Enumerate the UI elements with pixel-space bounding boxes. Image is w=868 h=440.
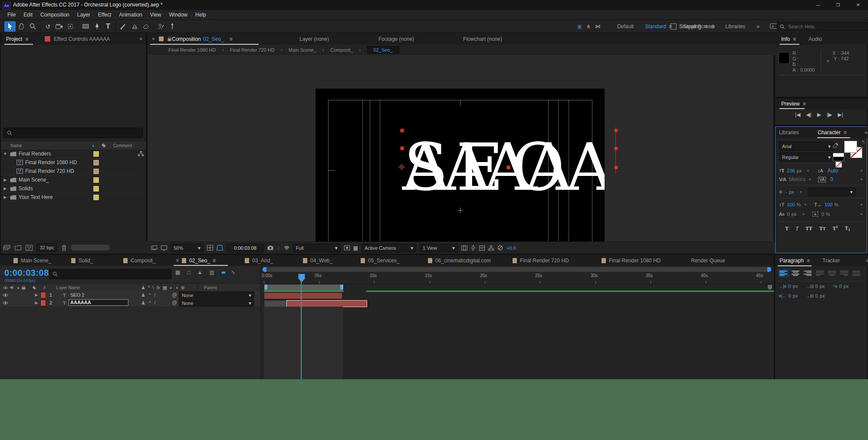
breadcrumb-item-active[interactable]: 02_Seo_: [367, 46, 399, 54]
selection-handle[interactable]: [614, 146, 618, 150]
chevron-down-icon[interactable]: ▾: [860, 202, 862, 207]
stroke-width-value[interactable]: -: [786, 189, 787, 195]
zoom-tool[interactable]: [27, 21, 38, 32]
justify-last-left-button[interactable]: [814, 269, 825, 278]
label-chip[interactable]: [93, 185, 99, 192]
help-search[interactable]: [777, 22, 868, 31]
font-size-value[interactable]: 236: [787, 168, 795, 173]
breadcrumb-item[interactable]: Composit_: [330, 47, 353, 53]
selection-handle[interactable]: [400, 129, 404, 132]
motion-blur-icon[interactable]: ●●: [221, 269, 224, 275]
project-row-your-text-here[interactable]: ▶ Your Text Here: [1, 193, 142, 202]
menu-window[interactable]: Window: [165, 10, 191, 20]
justify-last-right-button[interactable]: [838, 269, 850, 278]
work-area-bar[interactable]: [264, 284, 344, 291]
timeline-tab-final-render-1080[interactable]: Final Render 1080 HD: [601, 258, 661, 264]
column-name[interactable]: Name: [10, 143, 22, 148]
frame-blending-icon[interactable]: ▥: [209, 269, 214, 275]
align-left-button[interactable]: [778, 269, 789, 278]
hide-shy-icon[interactable]: ▲: [197, 269, 203, 275]
all-caps-button[interactable]: TT: [806, 225, 812, 232]
magnification-select[interactable]: 50%▾: [171, 244, 204, 252]
fill-color-swatch[interactable]: [844, 141, 857, 153]
index-column-header[interactable]: #: [43, 285, 46, 290]
mask-feather-icon[interactable]: ⋔: [586, 23, 591, 30]
work-area-start-handle[interactable]: [264, 285, 267, 290]
menu-file[interactable]: File: [3, 10, 20, 20]
minimize-button[interactable]: —: [808, 0, 828, 10]
timeline-tab-composit[interactable]: Composit_: [123, 258, 155, 264]
workspace-standard[interactable]: Standard: [645, 23, 666, 30]
project-row-final-render-1080[interactable]: Final Render 1080 HD: [1, 158, 142, 167]
chevron-down-icon[interactable]: ▾: [809, 177, 811, 182]
maximize-button[interactable]: ❐: [828, 0, 848, 10]
menu-composition[interactable]: Composition: [36, 10, 73, 20]
comp-marker-button[interactable]: [768, 285, 772, 290]
time-navigator[interactable]: [263, 267, 771, 272]
tab-footage[interactable]: Footage (none): [378, 36, 414, 42]
exposure-value[interactable]: +0.0: [506, 245, 516, 251]
transparency-grid-icon[interactable]: ▩: [353, 245, 358, 251]
brush-tool[interactable]: [118, 21, 129, 32]
space-after-value[interactable]: 0: [815, 293, 818, 298]
lock-icon[interactable]: [168, 36, 171, 41]
menu-view[interactable]: View: [146, 10, 165, 20]
superscript-button[interactable]: T1: [832, 225, 838, 232]
interpret-footage-icon[interactable]: [3, 245, 10, 250]
chevron-down-icon[interactable]: ▾: [804, 202, 806, 207]
next-frame-button[interactable]: |▶: [827, 112, 832, 118]
expand-icon[interactable]: ▶: [3, 186, 8, 191]
timeline-tab-05-services[interactable]: 05_Services_: [360, 258, 400, 264]
label-chip[interactable]: [93, 168, 99, 175]
project-search-input[interactable]: [3, 128, 143, 138]
eye-icon[interactable]: [3, 293, 8, 297]
timeline-tab-main-scene[interactable]: Main Scene_: [13, 258, 51, 264]
target-region-icon[interactable]: [344, 245, 350, 250]
chevron-down-icon[interactable]: ▾: [807, 169, 809, 173]
layer-color-chip[interactable]: [40, 300, 46, 306]
timeline-search-input[interactable]: [49, 269, 171, 279]
timeline-button-icon[interactable]: [479, 245, 485, 251]
close-button[interactable]: ✕: [848, 0, 868, 10]
panel-overflow-icon[interactable]: »: [139, 36, 142, 42]
eyedropper-icon[interactable]: [833, 142, 838, 148]
show-snapshot-icon[interactable]: ◌: [277, 245, 280, 251]
tab-preview[interactable]: Preview: [781, 101, 800, 107]
vertical-scale-value[interactable]: 100: [787, 202, 795, 207]
trash-icon[interactable]: [62, 245, 66, 251]
eraser-tool[interactable]: [140, 21, 151, 32]
close-tab-icon[interactable]: ×: [152, 36, 155, 42]
tab-tracker[interactable]: Tracker: [822, 258, 840, 264]
layer-row-2[interactable]: ▶ 2 T AAAAAA ♟ * / @ None▾: [0, 299, 260, 307]
collapse-switch[interactable]: *: [149, 292, 151, 298]
selection-handle[interactable]: [614, 165, 618, 169]
column-comment[interactable]: Comment: [113, 143, 132, 148]
comp-flowchart-icon[interactable]: [488, 245, 494, 251]
type-tool[interactable]: T: [102, 21, 114, 32]
quality-switch[interactable]: /: [154, 292, 155, 298]
tab-project[interactable]: Project ≡: [6, 33, 28, 45]
tab-composition[interactable]: Composition 02_Seo_ ≡: [172, 33, 233, 45]
leading-value[interactable]: Auto: [828, 168, 838, 174]
pixel-aspect-icon[interactable]: [461, 245, 467, 251]
parent-pickwhip-icon[interactable]: @: [172, 300, 177, 306]
rotate-tool[interactable]: ↺: [42, 21, 53, 32]
timeline-tab-03-and[interactable]: 03_And_: [244, 258, 273, 264]
chevron-down-icon[interactable]: ▾: [800, 190, 802, 194]
label-chip[interactable]: [93, 177, 99, 183]
comp-mini-flowchart-icon[interactable]: ▦: [175, 269, 180, 275]
menu-edit[interactable]: Edit: [20, 10, 36, 20]
mask-invert-icon[interactable]: ⋈: [595, 23, 600, 30]
tab-character[interactable]: Character: [818, 129, 841, 136]
text-layer-aaaaaa[interactable]: AAAAAA: [402, 135, 605, 200]
timeline-tab-02-seo[interactable]: × 02_Seo_ ≡: [176, 255, 216, 266]
timeline-tab-render-queue[interactable]: Render Queue: [691, 258, 725, 264]
indent-left-value[interactable]: 0: [788, 284, 791, 289]
layer-row-1[interactable]: ▶ 1 T SEO 2 ♟ * / @ None▾: [0, 291, 260, 299]
view-layout-select[interactable]: 1 View▾: [420, 244, 458, 252]
new-folder-icon[interactable]: [15, 245, 21, 250]
selection-handle[interactable]: [506, 165, 510, 169]
region-of-interest-icon[interactable]: [217, 245, 223, 251]
mask-option-icon[interactable]: ▣: [577, 23, 582, 30]
previous-frame-button[interactable]: ◀|: [806, 112, 811, 118]
